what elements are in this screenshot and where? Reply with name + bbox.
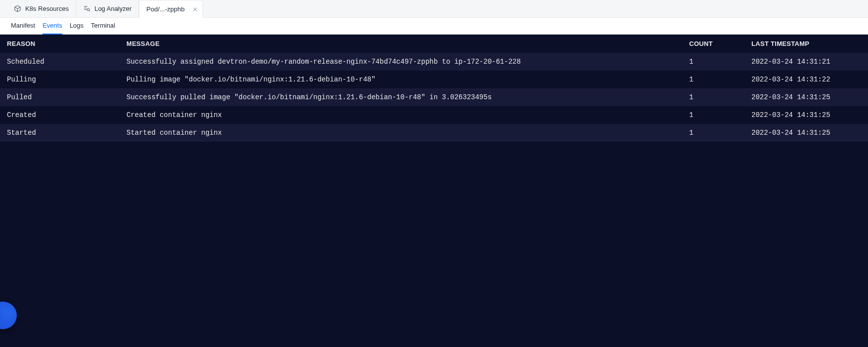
search-log-icon — [83, 5, 90, 12]
tab-events[interactable]: Events — [42, 18, 62, 35]
cell-timestamp: 2022-03-24 14:31:21 — [744, 53, 868, 71]
table-row: Pulling Pulling image "docker.io/bitnami… — [0, 71, 868, 88]
cell-timestamp: 2022-03-24 14:31:25 — [744, 88, 868, 106]
top-tab-pod-detail[interactable]: Pod/...-zpphb — [139, 0, 203, 18]
cell-message: Successfully pulled image "docker.io/bit… — [120, 88, 682, 106]
close-icon[interactable] — [192, 6, 199, 13]
cell-message: Created container nginx — [120, 106, 682, 124]
tab-logs[interactable]: Logs — [70, 18, 83, 35]
cell-count: 1 — [682, 71, 744, 88]
top-tab-label: K8s Resources — [25, 5, 69, 12]
table-row: Created Created container nginx 1 2022-0… — [0, 106, 868, 124]
cell-timestamp: 2022-03-24 14:31:22 — [744, 71, 868, 88]
header-message: MESSAGE — [120, 35, 682, 53]
header-timestamp: LAST TIMESTAMP — [744, 35, 868, 53]
cell-reason: Created — [0, 106, 120, 124]
cell-count: 1 — [682, 53, 744, 71]
help-fab-button[interactable] — [0, 302, 17, 329]
tab-terminal[interactable]: Terminal — [91, 18, 115, 35]
cell-reason: Started — [0, 124, 120, 142]
events-table: REASON MESSAGE COUNT LAST TIMESTAMP Sche… — [0, 35, 868, 142]
table-row: Pulled Successfully pulled image "docker… — [0, 88, 868, 106]
header-reason: REASON — [0, 35, 120, 53]
table-header-row: REASON MESSAGE COUNT LAST TIMESTAMP — [0, 35, 868, 53]
table-row: Scheduled Successfully assigned devtron-… — [0, 53, 868, 71]
top-tab-bar: K8s Resources Log Analyzer Pod/...-zpphb — [0, 0, 868, 18]
cell-reason: Pulled — [0, 88, 120, 106]
tab-manifest[interactable]: Manifest — [11, 18, 35, 35]
top-tab-label: Log Analyzer — [94, 5, 131, 12]
top-tab-k8s-resources[interactable]: K8s Resources — [7, 0, 76, 18]
table-row: Started Started container nginx 1 2022-0… — [0, 124, 868, 142]
cell-count: 1 — [682, 88, 744, 106]
svg-point-0 — [87, 8, 89, 11]
cell-count: 1 — [682, 124, 744, 142]
cell-reason: Pulling — [0, 71, 120, 88]
cell-message: Successfully assigned devtron-demo/my-ra… — [120, 53, 682, 71]
header-count: COUNT — [682, 35, 744, 53]
top-tab-log-analyzer[interactable]: Log Analyzer — [76, 0, 139, 18]
cell-message: Started container nginx — [120, 124, 682, 142]
cell-message: Pulling image "docker.io/bitnami/nginx:1… — [120, 71, 682, 88]
cell-count: 1 — [682, 106, 744, 124]
cube-icon — [14, 5, 21, 12]
sub-tab-bar: Manifest Events Logs Terminal — [0, 18, 868, 35]
cell-timestamp: 2022-03-24 14:31:25 — [744, 106, 868, 124]
top-tab-label: Pod/...-zpphb — [146, 5, 184, 13]
cell-reason: Scheduled — [0, 53, 120, 71]
cell-timestamp: 2022-03-24 14:31:25 — [744, 124, 868, 142]
